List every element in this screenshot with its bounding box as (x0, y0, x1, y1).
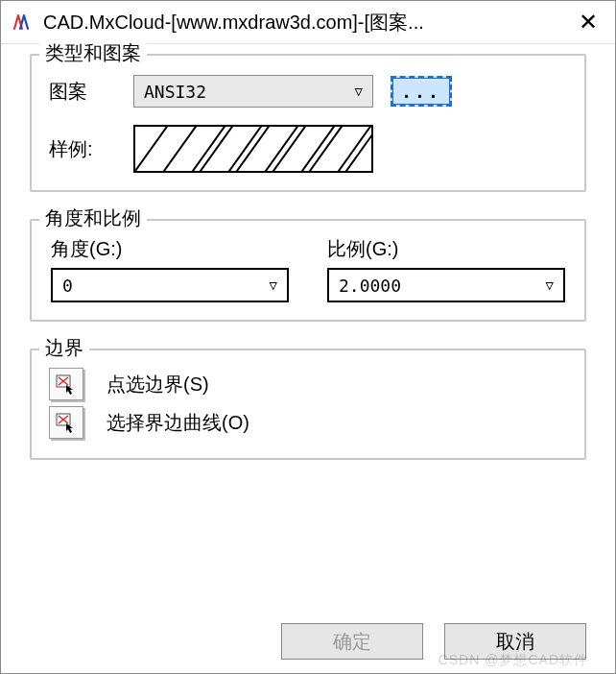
scale-value: 2.0000 (339, 276, 401, 296)
angle-value: 0 (62, 276, 73, 296)
angle-column: 角度(G:) 0 ▽ (51, 236, 289, 302)
angle-scale-row: 角度(G:) 0 ▽ 比例(G:) 2.0000 ▽ (49, 236, 567, 302)
dialog-content: 类型和图案 图案 ANSI32 ▽ ... 样例: (1, 44, 615, 673)
close-button[interactable]: ✕ (569, 9, 607, 36)
sample-swatch (133, 125, 373, 173)
select-curve-row: 选择界边曲线(O) (49, 406, 567, 439)
pattern-row: 图案 ANSI32 ▽ ... (49, 75, 567, 108)
scale-column: 比例(G:) 2.0000 ▽ (327, 236, 565, 302)
angle-dropdown[interactable]: 0 ▽ (51, 268, 289, 302)
svg-line-12 (366, 127, 373, 173)
group-boundary: 边界 点选边界(S) (30, 349, 586, 460)
app-icon (11, 12, 32, 33)
ok-label: 确定 (333, 629, 371, 655)
select-curve-label: 选择界边曲线(O) (107, 410, 249, 436)
window-title: CAD.MxCloud-[www.mxdraw3d.com]-[图案... (43, 10, 569, 36)
ok-button[interactable]: 确定 (281, 623, 423, 660)
chevron-down-icon: ▽ (546, 277, 554, 293)
pattern-browse-label: ... (401, 82, 441, 102)
chevron-down-icon: ▽ (355, 84, 363, 99)
group-angle-scale-label: 角度和比例 (39, 205, 147, 231)
select-curve-button[interactable] (49, 406, 83, 439)
titlebar: CAD.MxCloud-[www.mxdraw3d.com]-[图案... ✕ (1, 1, 615, 44)
pick-boundary-button[interactable] (49, 368, 83, 400)
dialog-window: CAD.MxCloud-[www.mxdraw3d.com]-[图案... ✕ … (0, 0, 616, 674)
cancel-label: 取消 (496, 629, 534, 655)
pattern-value: ANSI32 (144, 82, 206, 102)
watermark: CSDN @梦想CAD软件 (438, 652, 588, 669)
pattern-field-label: 图案 (49, 79, 116, 105)
sample-label: 样例: (49, 136, 116, 162)
group-boundary-label: 边界 (39, 335, 89, 361)
group-type-pattern: 类型和图案 图案 ANSI32 ▽ ... 样例: (30, 54, 586, 192)
scale-dropdown[interactable]: 2.0000 ▽ (327, 268, 565, 302)
group-type-pattern-label: 类型和图案 (39, 40, 147, 66)
pattern-browse-button[interactable]: ... (391, 76, 452, 107)
pattern-dropdown[interactable]: ANSI32 ▽ (133, 75, 373, 108)
scale-label: 比例(G:) (327, 236, 565, 262)
group-angle-scale: 角度和比例 角度(G:) 0 ▽ 比例(G:) 2.0000 ▽ (30, 219, 586, 322)
sample-row: 样例: (49, 125, 567, 173)
pick-boundary-row: 点选边界(S) (49, 368, 567, 400)
angle-label: 角度(G:) (51, 236, 289, 262)
pick-boundary-label: 点选边界(S) (107, 372, 209, 397)
chevron-down-icon: ▽ (270, 277, 277, 293)
